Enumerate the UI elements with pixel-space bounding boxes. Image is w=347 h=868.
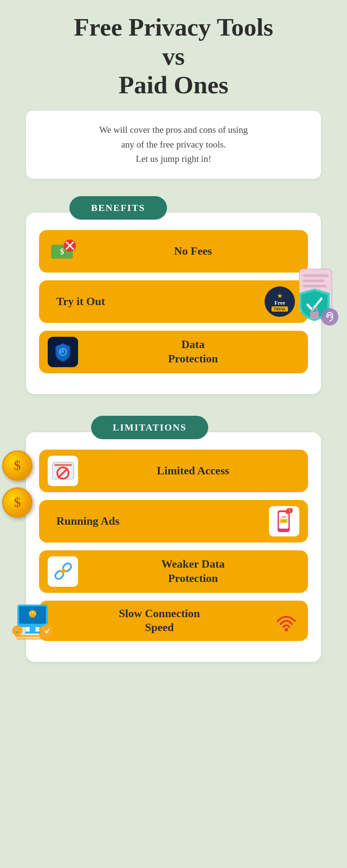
- main-title: Free Privacy Tools vs Paid Ones: [74, 13, 273, 100]
- svg-text:🔒: 🔒: [14, 628, 20, 634]
- shield-3d-decoration: [288, 265, 345, 336]
- trial-label: TRIAL: [272, 306, 288, 312]
- limited-access-svg: [51, 459, 75, 483]
- trial-star: ★: [277, 292, 283, 300]
- broken-link-svg: [51, 559, 75, 583]
- no-fees-item: $ No Fees: [39, 230, 308, 273]
- weaker-data-label: Weaker DataProtection: [87, 557, 299, 585]
- shield-3d-svg: [288, 265, 345, 334]
- data-protection-item: DataProtection: [39, 331, 308, 373]
- running-ads-icon: ! AD ADS !: [269, 506, 299, 536]
- wifi-svg: [273, 608, 299, 632]
- svg-point-40: [285, 628, 288, 631]
- svg-text:!: !: [289, 509, 290, 513]
- benefits-badge: BENEFITS: [69, 196, 167, 220]
- benefits-card: $ No Fees Try it Out ★ Free TRIAL: [26, 213, 321, 394]
- no-fees-icon: $: [48, 236, 78, 266]
- svg-rect-33: [30, 614, 35, 618]
- title-line3: Paid Ones: [118, 71, 228, 99]
- limited-access-label: Limited Access: [87, 464, 299, 477]
- running-ads-item: Running Ads ! AD ADS !: [39, 500, 308, 542]
- try-it-out-item: Try it Out ★ Free TRIAL: [39, 280, 308, 323]
- no-fees-label: No Fees: [87, 245, 299, 258]
- coin-2: $: [2, 487, 33, 518]
- coin-1: $: [2, 450, 33, 481]
- svg-rect-35: [25, 631, 40, 634]
- svg-rect-6: [303, 274, 329, 277]
- svg-rect-7: [303, 279, 324, 282]
- subtitle-text: We will cover the pros and cons of using…: [99, 125, 248, 164]
- running-ads-label: Running Ads: [48, 515, 262, 528]
- limitations-section: LIMITATIONS $ $ Limited Access Running A…: [26, 416, 321, 662]
- benefits-section: BENEFITS $ No Fees Try it Out ★ F: [26, 196, 321, 394]
- trial-free-text: Free: [274, 300, 285, 306]
- svg-rect-9: [310, 312, 319, 319]
- title-line2: vs: [162, 42, 185, 70]
- svg-rect-8: [303, 285, 327, 287]
- subtitle-card: We will cover the pros and cons of using…: [26, 111, 321, 179]
- ads-svg: ! AD ADS !: [272, 508, 296, 534]
- slow-connection-label: Slow ConnectionSpeed: [52, 607, 267, 635]
- svg-text:AD: AD: [281, 515, 285, 519]
- computer-svg: 🔒: [9, 598, 56, 646]
- svg-rect-37: [16, 638, 49, 640]
- weaker-data-item: Weaker DataProtection: [39, 550, 308, 593]
- limitations-badge: LIMITATIONS: [91, 416, 208, 439]
- data-protection-icon: [48, 337, 78, 367]
- data-protection-label: DataProtection: [87, 338, 299, 366]
- try-it-out-label: Try it Out: [48, 295, 265, 308]
- svg-text:ADS: ADS: [280, 519, 286, 523]
- wifi-icon: [273, 608, 299, 634]
- slow-connection-item: 🔒 Slow ConnectionSpeed: [39, 601, 308, 641]
- limited-access-icon: [48, 456, 78, 486]
- svg-rect-34: [29, 627, 36, 631]
- svg-rect-29: [60, 568, 66, 574]
- limited-access-item: Limited Access: [39, 450, 308, 492]
- no-fees-svg: $: [49, 237, 77, 265]
- dollar-coins-decoration: $ $: [2, 450, 33, 518]
- weaker-data-icon: [48, 556, 78, 587]
- title-line1: Free Privacy Tools: [74, 13, 273, 41]
- svg-rect-15: [54, 464, 72, 466]
- shield-dark-svg: [52, 341, 74, 363]
- svg-point-10: [321, 308, 338, 326]
- svg-text:$: $: [60, 247, 64, 256]
- limitations-card: Limited Access Running Ads ! AD ADS: [26, 432, 321, 662]
- computer-decoration: 🔒: [9, 598, 56, 648]
